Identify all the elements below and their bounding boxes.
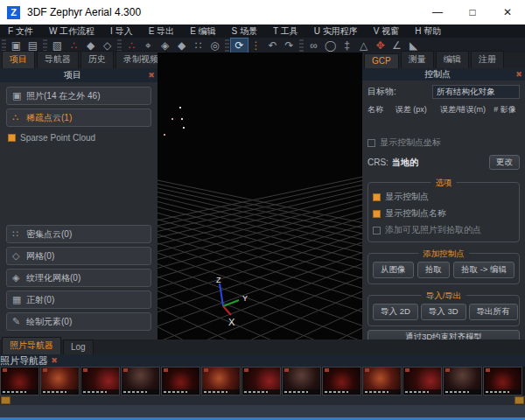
gcp-tool-icon[interactable]: ✥ bbox=[372, 38, 388, 52]
export-all-button[interactable]: 导出所有 bbox=[469, 304, 518, 320]
photo-thumbnail[interactable] bbox=[443, 367, 482, 396]
photo-thumbnail[interactable] bbox=[0, 367, 39, 396]
drawing-elements-item[interactable]: ✎ 绘制元素(0) bbox=[6, 312, 151, 331]
show-gcp-names-label: 显示控制点名称 bbox=[385, 207, 446, 220]
vertical-measure-icon[interactable]: ‡ bbox=[339, 38, 355, 52]
sync-view-icon[interactable]: ⟳ bbox=[231, 38, 248, 52]
photo-thumbnail[interactable] bbox=[362, 367, 402, 396]
lasso-select-icon[interactable]: ∞ bbox=[305, 38, 322, 52]
close-button[interactable]: ✕ bbox=[490, 0, 525, 24]
gcp-table-empty[interactable] bbox=[368, 126, 520, 136]
photo-thumbnail[interactable] bbox=[402, 367, 442, 396]
menu-edit[interactable]: E 编辑 bbox=[182, 25, 223, 38]
target-dropdown[interactable]: 所有结构化对象 bbox=[432, 85, 520, 99]
thumb-filename bbox=[81, 389, 119, 395]
tab-register[interactable]: 注册 bbox=[471, 51, 504, 68]
photo-thumbnail[interactable] bbox=[40, 367, 80, 396]
tab-gcp[interactable]: GCP bbox=[364, 53, 399, 68]
tab-edit[interactable]: 编辑 bbox=[436, 51, 469, 68]
add-visible-photos-row[interactable]: 添加可见照片到拾取的点 bbox=[373, 224, 514, 236]
orthophoto-item[interactable]: ▦ 正射(0) bbox=[6, 290, 151, 309]
mesh-item[interactable]: ◇ 网格(0) bbox=[6, 247, 151, 265]
drawing-elements-item-label: 绘制元素(0) bbox=[26, 316, 72, 328]
add-visible-photos-checkbox[interactable] bbox=[373, 227, 381, 234]
edit-points-icon[interactable]: ∷ bbox=[190, 38, 206, 52]
photo-thumbnail[interactable] bbox=[242, 367, 281, 396]
pick-edit-button[interactable]: 拾取 -> 编辑 bbox=[453, 262, 514, 278]
tab-log[interactable]: Log bbox=[63, 340, 94, 354]
photo-thumbnail[interactable] bbox=[282, 367, 321, 396]
show-gcp-names-row[interactable]: 显示控制点名称 bbox=[373, 207, 514, 220]
menu-tools[interactable]: T 工具 bbox=[265, 25, 306, 38]
gcp-panel-title: 控制点 bbox=[362, 68, 513, 80]
sparse-layer-row[interactable]: Sparse Point Cloud bbox=[6, 130, 151, 145]
undo-icon[interactable]: ↶ bbox=[264, 38, 281, 52]
circle-select-icon[interactable]: ◯ bbox=[322, 38, 339, 52]
camera-icon[interactable]: ◎ bbox=[206, 38, 223, 52]
tab-history[interactable]: 历史 bbox=[80, 51, 114, 68]
scroll-right-button[interactable] bbox=[514, 396, 524, 404]
photo-thumbnail[interactable] bbox=[161, 367, 200, 396]
maximize-button[interactable]: □ bbox=[455, 0, 490, 24]
photo-thumbnail[interactable] bbox=[121, 367, 160, 396]
overflow-icon[interactable]: ⋮ bbox=[248, 38, 264, 52]
camera-icon: ▣ bbox=[12, 90, 26, 102]
import-2d-button[interactable]: 导入 2D bbox=[373, 304, 418, 320]
menu-workflow[interactable]: W 工作流程 bbox=[41, 25, 102, 38]
show-coords-row[interactable]: 显示控制点坐标 bbox=[368, 136, 520, 149]
show-gcp-label: 显示控制点 bbox=[385, 191, 429, 203]
from-images-button[interactable]: 从图像 bbox=[373, 262, 414, 278]
thumb-flag-icon bbox=[83, 368, 88, 372]
thumb-filename bbox=[41, 389, 79, 395]
sparse-cloud-item[interactable]: ∴ 稀疏点云(1) bbox=[6, 108, 151, 127]
solid-mesh-icon[interactable]: ◆ bbox=[173, 38, 190, 52]
add-visible-photos-label: 添加可见照片到拾取的点 bbox=[385, 224, 481, 236]
menu-view[interactable]: V 视窗 bbox=[366, 25, 407, 38]
dense-cloud-item[interactable]: ∷ 密集点云(0) bbox=[6, 225, 151, 243]
photo-thumbnail[interactable] bbox=[483, 367, 522, 396]
photo-thumbnail[interactable] bbox=[322, 367, 361, 396]
layer-checkbox[interactable] bbox=[8, 134, 16, 142]
thumb-filename bbox=[444, 389, 481, 395]
menu-file[interactable]: F 文件 bbox=[0, 25, 41, 38]
close-icon[interactable]: ✖ bbox=[48, 356, 60, 365]
point-cloud-dot bbox=[183, 127, 185, 129]
show-gcp-names-checkbox[interactable] bbox=[373, 210, 381, 218]
minimize-button[interactable]: — bbox=[420, 0, 455, 24]
crs-value: 当地的 bbox=[392, 157, 418, 169]
redo-icon[interactable]: ↷ bbox=[281, 38, 298, 52]
photo-thumbnail[interactable] bbox=[80, 367, 120, 396]
show-gcp-checkbox[interactable] bbox=[373, 193, 381, 201]
plane-select-icon[interactable]: △ bbox=[355, 38, 372, 52]
crs-change-button[interactable]: 更改 bbox=[489, 155, 520, 170]
tab-navigator[interactable]: 导航器 bbox=[37, 51, 79, 68]
scroll-left-button[interactable] bbox=[1, 396, 10, 404]
show-gcp-row[interactable]: 显示控制点 bbox=[373, 191, 514, 203]
menu-help[interactable]: H 帮助 bbox=[407, 25, 449, 38]
import-3d-button[interactable]: 导入 3D bbox=[421, 304, 466, 320]
show-coords-label: 显示控制点坐标 bbox=[380, 136, 441, 149]
close-icon[interactable]: ✖ bbox=[513, 70, 525, 79]
tab-photo-navigator[interactable]: 照片导航器 bbox=[2, 337, 61, 354]
tab-measure[interactable]: 测量 bbox=[401, 51, 434, 68]
thumb-filename bbox=[363, 389, 401, 395]
menu-export[interactable]: E 导出 bbox=[141, 25, 182, 38]
crs-label: CRS: bbox=[368, 158, 388, 167]
menu-bar: F 文件 W 工作流程 I 导入 E 导出 E 编辑 S 场景 T 工具 U 实… bbox=[0, 24, 525, 38]
thumb-flag-icon bbox=[123, 368, 128, 372]
show-coords-checkbox[interactable] bbox=[368, 139, 375, 147]
close-icon[interactable]: ✖ bbox=[145, 71, 158, 80]
photos-item-label: 照片(14 在之外 46) bbox=[26, 90, 100, 102]
toolbar-separator bbox=[117, 39, 122, 52]
tab-project[interactable]: 项目 bbox=[2, 51, 35, 68]
pick-button[interactable]: 拾取 bbox=[417, 262, 450, 278]
menu-import[interactable]: I 导入 bbox=[102, 25, 141, 38]
thumbnail-scrollbar[interactable] bbox=[0, 396, 525, 405]
photo-thumbnail[interactable] bbox=[201, 367, 241, 396]
viewport-3d[interactable]: Z Y X bbox=[158, 52, 362, 340]
photos-item[interactable]: ▣ 照片(14 在之外 46) bbox=[6, 87, 151, 105]
menu-scene[interactable]: S 场景 bbox=[224, 25, 265, 38]
menu-utilities[interactable]: U 实用程序 bbox=[306, 25, 366, 38]
textured-mesh-item[interactable]: ◈ 纹理化网格(0) bbox=[6, 269, 151, 287]
project-panel-title: 项目 bbox=[0, 69, 145, 81]
